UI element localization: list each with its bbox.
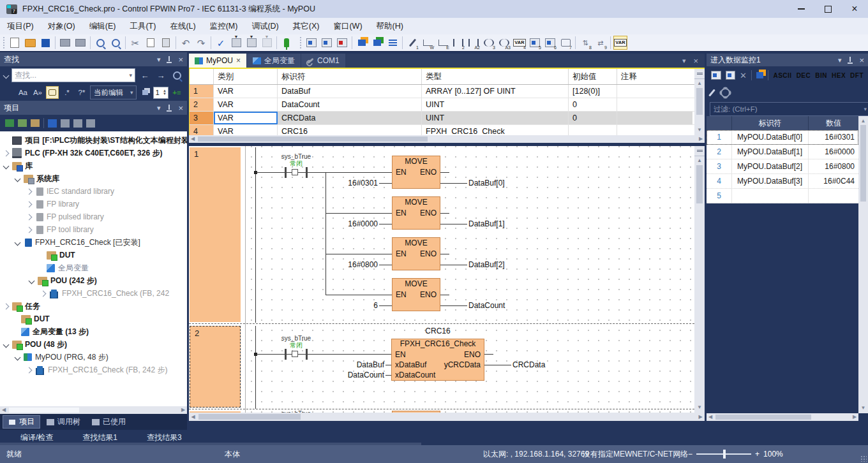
online-edit-icon[interactable]	[370, 36, 384, 50]
instruction-list-icon[interactable]	[385, 36, 400, 50]
online-mode-icon[interactable]	[280, 36, 294, 50]
col-class[interactable]: 类别	[214, 69, 278, 84]
delete-object-icon[interactable]	[86, 119, 95, 128]
zoom-out-icon[interactable]: −	[688, 450, 692, 459]
save-project-icon[interactable]	[38, 36, 52, 50]
toolbar-drag-handle-2[interactable]	[299, 36, 303, 49]
add-filter-icon[interactable]: +≡	[170, 86, 183, 99]
open-project-icon[interactable]	[23, 36, 37, 50]
move4-input-operand[interactable]: 6	[314, 301, 378, 310]
tree-item-system-library[interactable]: 系统库	[0, 172, 187, 185]
tree-item-global-vars[interactable]: 全局变量 (13 步)	[0, 325, 187, 338]
ladder-vertical-scrollbar[interactable]: ▲ ▼	[694, 146, 705, 413]
find-next-icon[interactable]: →	[154, 69, 167, 82]
whole-word-button[interactable]: A»	[31, 86, 44, 99]
format-dft-button[interactable]: DFT	[850, 72, 864, 79]
zoom-slider[interactable]: − + 100%	[688, 450, 783, 459]
move2-output-operand[interactable]: DataBuf[1]	[468, 219, 505, 228]
comment-tool-icon[interactable]: 7	[558, 36, 572, 50]
menu-debug[interactable]: 调试(D)	[244, 18, 285, 34]
layout-icon[interactable]	[756, 72, 764, 78]
ladder-horizontal-scrollbar[interactable]: ◀ ▶	[189, 413, 705, 421]
fun-right-tool-icon[interactable]: 6	[543, 36, 557, 50]
view-object-icon[interactable]	[73, 119, 82, 128]
add-task-icon[interactable]	[31, 119, 40, 127]
menu-edit[interactable]: 编辑(E)	[82, 18, 123, 34]
format-hex-button[interactable]: HEX	[832, 72, 846, 79]
print-preview-icon[interactable]	[58, 36, 72, 50]
col-comment[interactable]: 注释	[617, 69, 692, 84]
edit-object-icon[interactable]	[61, 119, 70, 128]
find-menu-icon[interactable]: ▾	[157, 55, 161, 64]
tree-item-library[interactable]: 库	[0, 159, 187, 172]
match-case-button[interactable]: Aa	[17, 86, 29, 99]
move-block-3[interactable]: MOVE ENENO	[392, 237, 440, 270]
tree-item-mypou[interactable]: MyPOU (PRG, 48 步)	[0, 351, 187, 364]
contact-sys-btrue[interactable]	[285, 167, 308, 178]
monitor-vertical-scrollbar[interactable]: ▲ ▼	[858, 116, 868, 413]
zoom-in-icon[interactable]: +	[755, 450, 760, 459]
stack-icon[interactable]	[138, 86, 151, 99]
tab-group-close-icon[interactable]: ×	[693, 57, 698, 65]
wire-tool-icon[interactable]: W	[421, 36, 435, 50]
redo-icon[interactable]: ↷	[194, 36, 208, 50]
monitor-col-identifier[interactable]: 标识符	[732, 116, 809, 130]
filter-dropdown-icon[interactable]: ▾	[864, 106, 867, 112]
menu-help[interactable]: 帮助(H)	[370, 18, 410, 34]
tree-item-mypou-fb[interactable]: FPXH_CRC16_Check (FB, 242 步)	[0, 364, 187, 376]
menu-monitor[interactable]: 监控(M)	[203, 18, 245, 34]
delete-network-icon[interactable]	[335, 36, 349, 50]
tab-find-results-1[interactable]: 查找结果1	[82, 432, 117, 443]
search-scope-select[interactable]: 当前编辑 ▾	[90, 85, 137, 99]
monitor-horizontal-scrollbar[interactable]: ◀ ▶	[707, 413, 858, 421]
fb-output-operand[interactable]: CRCData	[513, 360, 545, 369]
var-row-2[interactable]: 2 VAR DataCount UINT 0	[190, 98, 694, 112]
monitor-row-3[interactable]: 3 MyPOU.DataBuf[2] 16#0800	[707, 159, 858, 174]
search-input[interactable]: 查找... ▾	[11, 68, 135, 82]
menu-online[interactable]: 在线(L)	[163, 18, 202, 34]
tree-item-lib-global-vars[interactable]: 全局变量	[0, 261, 187, 274]
tab-call-tree[interactable]: 调用树	[41, 415, 86, 429]
format-dec-button[interactable]: DEC	[797, 72, 811, 79]
tree-item-dut[interactable]: DUT	[0, 312, 187, 325]
move4-output-operand[interactable]: DataCount	[468, 301, 505, 310]
col-type[interactable]: 类型	[422, 69, 569, 84]
tree-item-plc[interactable]: PLC (FP-XH 32k C40ET,C60ET, 326 步)	[0, 147, 187, 159]
regex-button[interactable]: .*	[61, 86, 73, 99]
move-block-4[interactable]: MOVE ENENO	[392, 278, 440, 311]
find-pin-icon[interactable]	[167, 56, 172, 63]
grid-vertical-scrollbar[interactable]: ▲ ▼	[694, 69, 705, 135]
tree-item-project-root[interactable]: 项目 [F:\PLC功能块封装\ST结构化文本编程封装	[0, 134, 187, 147]
close-button[interactable]: ×	[841, 0, 868, 18]
move1-input-operand[interactable]: 16#0301	[314, 179, 378, 187]
find-icon[interactable]	[93, 36, 107, 50]
move-block-2[interactable]: MOVE ENENO	[392, 196, 440, 230]
add-pou-icon[interactable]	[5, 119, 14, 127]
var-box-tool-icon[interactable]: VAR4	[513, 36, 527, 50]
monitor-col-value[interactable]: 数值	[809, 116, 858, 130]
fb-input2-operand[interactable]: DataCount	[320, 371, 384, 379]
insert-row-icon[interactable]	[711, 71, 721, 80]
ladder-editor[interactable]: 1 2 3 sys_bTrue 常闭 MOVE ENENO 16#0301	[189, 146, 694, 413]
find-in-files-icon[interactable]	[108, 36, 123, 50]
tree-item-pou[interactable]: POU (48 步)	[0, 338, 187, 351]
tree-item-lib-pou[interactable]: POU (242 步)	[0, 274, 187, 287]
edit-pencil-icon[interactable]	[708, 89, 715, 96]
move2-input-operand[interactable]: 16#0000	[314, 219, 378, 228]
check-code-icon[interactable]: ✓	[214, 36, 228, 50]
compile-all-icon[interactable]	[244, 36, 258, 50]
monitor-row-5[interactable]: 5	[707, 189, 858, 203]
var-row-1[interactable]: 1 VAR DataBuf ARRAY [0..127] OF UINT [12…	[190, 85, 694, 98]
show-var-monitor-icon[interactable]: VAR	[613, 36, 627, 50]
maximize-button[interactable]	[814, 0, 841, 18]
monitor-filter-input[interactable]: 过滤: (Ctrl+F) ▾	[710, 102, 868, 116]
tree-item-fp-pulsed-library[interactable]: FP pulsed library	[0, 210, 187, 223]
tree-item-fp-tool-library[interactable]: FP tool library	[0, 223, 187, 236]
contact-tool-icon[interactable]: 2	[451, 36, 465, 50]
menu-window[interactable]: 窗口(W)	[326, 18, 369, 34]
tree-item-fp-library[interactable]: FP library	[0, 198, 187, 210]
grid-horizontal-scrollbar[interactable]: ◀ ▶	[189, 135, 705, 143]
split-v-tool-icon[interactable]: ⇅9	[594, 36, 608, 50]
add-dut-icon[interactable]	[18, 119, 27, 127]
tab-list-dropdown-icon[interactable]: ▾	[682, 57, 686, 65]
